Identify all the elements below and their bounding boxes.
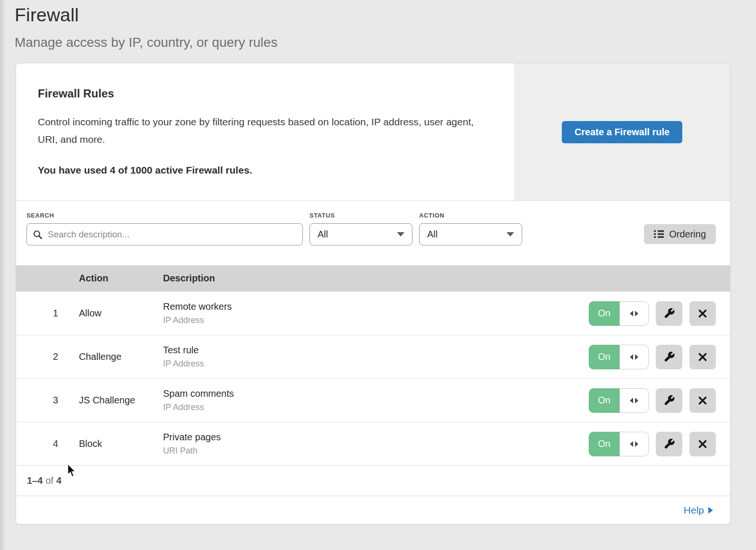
rule-controls: On: [589, 345, 730, 369]
status-label: STATUS: [309, 212, 412, 219]
rule-row: 3 JS Challenge Spam comments IP Address …: [16, 378, 730, 422]
rule-action: JS Challenge: [79, 395, 163, 406]
usage-summary: You have used 4 of 1000 active Firewall …: [38, 165, 495, 176]
column-header-description: Description: [163, 273, 730, 284]
pagination-row: 1–4 of 4: [16, 465, 730, 496]
page-header: Firewall Manage access by IP, country, o…: [0, 0, 756, 50]
rules-table-body: 1 Allow Remote workers IP Address On: [16, 291, 730, 465]
arrow-right-icon: [635, 398, 638, 403]
card-heading: Firewall Rules: [38, 87, 495, 100]
status-select[interactable]: All: [309, 223, 412, 245]
close-icon: [697, 395, 708, 406]
status-select-value: All: [318, 229, 328, 240]
toggle-knob[interactable]: [619, 432, 649, 456]
edit-rule-button[interactable]: [656, 432, 682, 456]
rule-controls: On: [589, 301, 730, 326]
card-intro-section: Firewall Rules Control incoming traffic …: [16, 63, 730, 201]
search-label: SEARCH: [26, 212, 303, 219]
action-select[interactable]: All: [419, 223, 522, 245]
card-intro-text: Firewall Rules Control incoming traffic …: [16, 63, 514, 201]
mouse-cursor: [67, 463, 77, 478]
rule-row: 2 Challenge Test rule IP Address On: [16, 335, 730, 378]
wrench-icon: [663, 351, 675, 363]
arrow-right-icon: [635, 441, 638, 447]
arrow-left-icon: [630, 311, 633, 316]
delete-rule-button[interactable]: [689, 388, 716, 413]
search-icon: [33, 229, 43, 239]
pagination-range: 1–4: [27, 475, 43, 486]
rule-description-cell: Spam comments IP Address: [163, 388, 589, 412]
rule-priority: 2: [16, 351, 79, 362]
ordering-button-label: Ordering: [669, 229, 706, 240]
help-link-label: Help: [684, 505, 704, 516]
close-icon: [697, 439, 708, 449]
rule-enabled-toggle[interactable]: On: [589, 345, 649, 369]
status-filter-group: STATUS All: [309, 212, 412, 245]
card-description: Control incoming traffic to your zone by…: [38, 113, 487, 148]
rule-description-cell: Private pages URI Path: [163, 432, 589, 456]
toggle-on-label: On: [589, 345, 619, 369]
arrow-left-icon: [630, 441, 633, 447]
page-title: Firewall: [15, 5, 756, 26]
help-link[interactable]: Help: [684, 505, 713, 516]
firewall-rules-card: Firewall Rules Control incoming traffic …: [16, 63, 730, 524]
rule-match-type: IP Address: [163, 359, 589, 369]
rule-description: Test rule: [163, 345, 589, 356]
arrow-left-icon: [630, 398, 633, 403]
wrench-icon: [663, 438, 675, 450]
delete-rule-button[interactable]: [689, 301, 716, 326]
caret-down-icon: [397, 232, 404, 236]
rule-action: Allow: [79, 308, 163, 319]
rule-action: Challenge: [79, 351, 163, 362]
rule-enabled-toggle[interactable]: On: [589, 388, 649, 413]
create-firewall-rule-button[interactable]: Create a Firewall rule: [562, 121, 682, 143]
close-icon: [697, 352, 708, 362]
rule-description-cell: Remote workers IP Address: [163, 301, 589, 325]
edit-rule-button[interactable]: [656, 345, 682, 369]
toggle-knob[interactable]: [619, 388, 649, 413]
wrench-icon: [663, 394, 675, 406]
rule-priority: 3: [16, 395, 79, 406]
toggle-on-label: On: [589, 432, 619, 456]
toggle-knob[interactable]: [619, 345, 649, 369]
rule-enabled-toggle[interactable]: On: [589, 432, 649, 456]
rule-row: 4 Block Private pages URI Path On: [16, 422, 730, 465]
list-icon: [654, 230, 664, 238]
filters-bar: SEARCH STATUS All ACTION All: [16, 201, 730, 265]
pagination-total: 4: [56, 475, 61, 486]
action-filter-group: ACTION All: [419, 212, 522, 245]
edit-rule-button[interactable]: [656, 301, 682, 326]
delete-rule-button[interactable]: [689, 432, 716, 456]
rule-description: Private pages: [163, 432, 589, 443]
rule-priority: 1: [16, 308, 79, 319]
toggle-on-label: On: [589, 388, 619, 413]
edit-rule-button[interactable]: [656, 388, 682, 413]
action-select-value: All: [427, 229, 438, 240]
ordering-button[interactable]: Ordering: [644, 224, 716, 244]
table-header-row: Action Description: [16, 265, 730, 291]
close-icon: [697, 308, 708, 319]
rule-match-type: URI Path: [163, 446, 589, 456]
rule-controls: On: [589, 388, 730, 413]
toggle-on-label: On: [589, 301, 619, 326]
rule-enabled-toggle[interactable]: On: [589, 301, 649, 326]
arrow-right-icon: [708, 507, 713, 514]
rule-description: Remote workers: [163, 301, 589, 312]
delete-rule-button[interactable]: [689, 345, 716, 369]
rule-match-type: IP Address: [163, 402, 589, 412]
rule-description: Spam comments: [163, 388, 589, 399]
rule-match-type: IP Address: [163, 315, 589, 325]
search-field: [26, 223, 303, 245]
rule-row: 1 Allow Remote workers IP Address On: [16, 291, 730, 335]
create-rule-panel: Create a Firewall rule: [514, 63, 730, 201]
toggle-knob[interactable]: [619, 301, 649, 326]
arrow-right-icon: [635, 354, 638, 360]
arrow-left-icon: [630, 354, 633, 360]
wrench-icon: [663, 307, 675, 319]
column-header-action: Action: [79, 273, 163, 284]
help-row: Help: [16, 496, 730, 524]
rule-priority: 4: [16, 438, 79, 449]
search-filter-group: SEARCH: [26, 212, 303, 245]
rule-controls: On: [589, 432, 730, 456]
search-input[interactable]: [26, 223, 303, 245]
